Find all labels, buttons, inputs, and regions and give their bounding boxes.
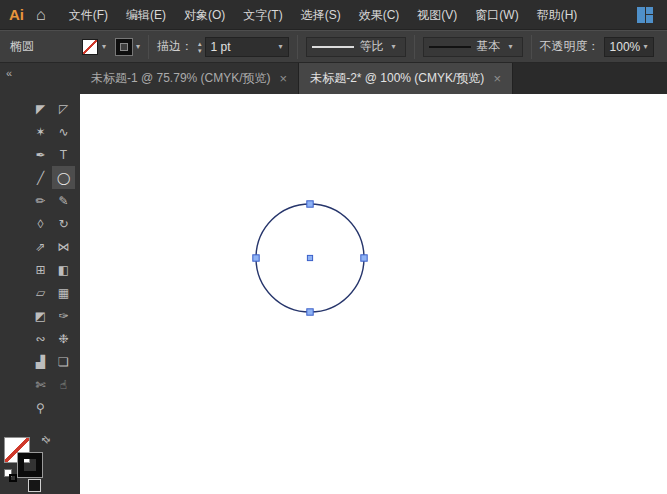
chevron-down-icon[interactable]: ▾ bbox=[509, 42, 513, 51]
opacity-field[interactable]: 100% ▾ bbox=[604, 37, 654, 57]
menu-select[interactable]: 选择(S) bbox=[292, 0, 350, 30]
anchor-point[interactable] bbox=[361, 255, 367, 261]
direct-selection-tool[interactable]: ◸ bbox=[52, 97, 75, 120]
anchor-point[interactable] bbox=[253, 255, 259, 261]
opacity-value: 100% bbox=[610, 40, 642, 54]
divider bbox=[531, 35, 532, 59]
free-transform-tool[interactable]: ⊞ bbox=[29, 258, 52, 281]
menu-view[interactable]: 视图(V) bbox=[408, 0, 466, 30]
pencil-tool[interactable]: ✎ bbox=[52, 189, 75, 212]
tab-label: 未标题-2* @ 100% (CMYK/预览) bbox=[310, 70, 484, 87]
selection-tool[interactable]: ◤ bbox=[29, 97, 52, 120]
stroke-width-value: 1 pt bbox=[211, 40, 277, 54]
context-label: 椭圆 bbox=[10, 38, 34, 55]
artboard-tool[interactable]: ❏ bbox=[52, 350, 75, 373]
type-tool[interactable]: T bbox=[52, 143, 75, 166]
gradient-tool[interactable]: ◩ bbox=[29, 304, 52, 327]
width-tool[interactable]: ⋈ bbox=[52, 235, 75, 258]
stroke-color-indicator[interactable] bbox=[18, 453, 42, 477]
shape-builder-tool[interactable]: ◧ bbox=[52, 258, 75, 281]
symbol-sprayer-tool[interactable]: ❉ bbox=[52, 327, 75, 350]
scale-tool[interactable]: ⇗ bbox=[29, 235, 52, 258]
control-bar: 椭圆 ▾ ▾ 描边： ▴ ▾ 1 pt ▾ 等比 ▾ 基本 ▾ 不透明度： 10… bbox=[0, 30, 667, 63]
anchor-point[interactable] bbox=[307, 201, 313, 207]
menu-effect[interactable]: 效果(C) bbox=[350, 0, 409, 30]
eyedropper-tool[interactable]: ✑ bbox=[52, 304, 75, 327]
perspective-grid-tool[interactable]: ▱ bbox=[29, 281, 52, 304]
fill-none-swatch[interactable] bbox=[82, 39, 98, 55]
menu-window[interactable]: 窗口(W) bbox=[466, 0, 527, 30]
tools-dock: « ◤◸✶∿✒T╱◯✏✎◊↻⇗⋈⊞◧▱▦◩✑∾❉▟❏✄☝⚲ ⇄ bbox=[0, 63, 80, 494]
default-stroke-icon[interactable] bbox=[9, 474, 17, 482]
divider bbox=[148, 35, 149, 59]
chevron-down-icon[interactable]: ▾ bbox=[392, 42, 396, 51]
tab-close-icon[interactable]: × bbox=[280, 71, 288, 86]
stroke-width-field[interactable]: 1 pt ▾ bbox=[205, 37, 289, 57]
mesh-tool[interactable]: ▦ bbox=[52, 281, 75, 304]
tab-close-icon[interactable]: × bbox=[493, 71, 501, 86]
menu-help[interactable]: 帮助(H) bbox=[528, 0, 587, 30]
lasso-tool[interactable]: ∿ bbox=[52, 120, 75, 143]
line-segment-tool[interactable]: ╱ bbox=[29, 166, 52, 189]
stroke-color-swatch[interactable] bbox=[116, 39, 132, 55]
color-mode-button[interactable] bbox=[28, 479, 41, 492]
swap-fill-stroke-icon[interactable]: ⇄ bbox=[39, 433, 53, 447]
eraser-tool[interactable]: ◊ bbox=[29, 212, 52, 235]
menu-edit[interactable]: 编辑(E) bbox=[117, 0, 175, 30]
hand-tool[interactable]: ☝ bbox=[52, 373, 75, 396]
stepper-up-icon[interactable]: ▴ bbox=[198, 40, 202, 47]
opacity-label: 不透明度： bbox=[540, 38, 600, 55]
chevron-down-icon[interactable]: ▾ bbox=[102, 42, 106, 51]
brush-preview bbox=[429, 46, 471, 48]
workspace-switcher-icon[interactable] bbox=[637, 7, 653, 23]
anchor-point[interactable] bbox=[307, 309, 313, 315]
menu-items: 文件(F)编辑(E)对象(O)文字(T)选择(S)效果(C)视图(V)窗口(W)… bbox=[60, 0, 587, 30]
stepper-down-icon[interactable]: ▾ bbox=[198, 47, 202, 54]
column-graph-tool[interactable]: ▟ bbox=[29, 350, 52, 373]
fill-swatch-group[interactable]: ▾ bbox=[82, 39, 106, 55]
width-profile-dropdown[interactable]: 等比 ▾ bbox=[306, 37, 406, 57]
paintbrush-tool[interactable]: ✏ bbox=[29, 189, 52, 212]
magic-wand-tool[interactable]: ✶ bbox=[29, 120, 52, 143]
brush-definition-dropdown[interactable]: 基本 ▾ bbox=[423, 37, 523, 57]
stroke-label: 描边： bbox=[157, 38, 193, 55]
width-profile-value: 等比 bbox=[360, 38, 384, 55]
menu-file[interactable]: 文件(F) bbox=[60, 0, 117, 30]
pen-tool[interactable]: ✒ bbox=[29, 143, 52, 166]
document-tab-1[interactable]: 未标题-1 @ 75.79% (CMYK/预览)× bbox=[80, 63, 299, 94]
blend-tool[interactable]: ∾ bbox=[29, 327, 52, 350]
chevron-down-icon[interactable]: ▾ bbox=[644, 42, 648, 51]
collapse-panel-icon[interactable]: « bbox=[6, 67, 11, 79]
stroke-width-stepper[interactable]: ▴ ▾ bbox=[198, 40, 202, 54]
canvas[interactable] bbox=[80, 94, 667, 494]
chevron-down-icon[interactable]: ▾ bbox=[279, 42, 283, 51]
center-point[interactable] bbox=[307, 255, 312, 260]
app-logo: Ai bbox=[9, 6, 24, 23]
artboard-svg bbox=[80, 94, 667, 494]
rotate-tool[interactable]: ↻ bbox=[52, 212, 75, 235]
fill-stroke-control: ⇄ bbox=[4, 437, 62, 494]
divider bbox=[414, 35, 415, 59]
toolbar: ◤◸✶∿✒T╱◯✏✎◊↻⇗⋈⊞◧▱▦◩✑∾❉▟❏✄☝⚲ bbox=[29, 97, 75, 419]
document-tab-bar: 未标题-1 @ 75.79% (CMYK/预览)×未标题-2* @ 100% (… bbox=[80, 63, 667, 94]
tab-label: 未标题-1 @ 75.79% (CMYK/预览) bbox=[91, 70, 271, 87]
document-tab-2[interactable]: 未标题-2* @ 100% (CMYK/预览)× bbox=[299, 63, 513, 94]
brush-definition-value: 基本 bbox=[477, 38, 501, 55]
stroke-profile-preview bbox=[312, 46, 354, 48]
menu-type[interactable]: 文字(T) bbox=[234, 0, 291, 30]
zoom-tool[interactable]: ⚲ bbox=[29, 396, 52, 419]
divider bbox=[297, 35, 298, 59]
chevron-down-icon[interactable]: ▾ bbox=[136, 42, 140, 51]
menu-bar: Ai ⌂ 文件(F)编辑(E)对象(O)文字(T)选择(S)效果(C)视图(V)… bbox=[0, 0, 667, 30]
home-icon[interactable]: ⌂ bbox=[36, 6, 46, 24]
ellipse-tool[interactable]: ◯ bbox=[52, 166, 75, 189]
slice-tool[interactable]: ✄ bbox=[29, 373, 52, 396]
stroke-swatch-group[interactable]: ▾ bbox=[116, 39, 140, 55]
menu-object[interactable]: 对象(O) bbox=[175, 0, 234, 30]
